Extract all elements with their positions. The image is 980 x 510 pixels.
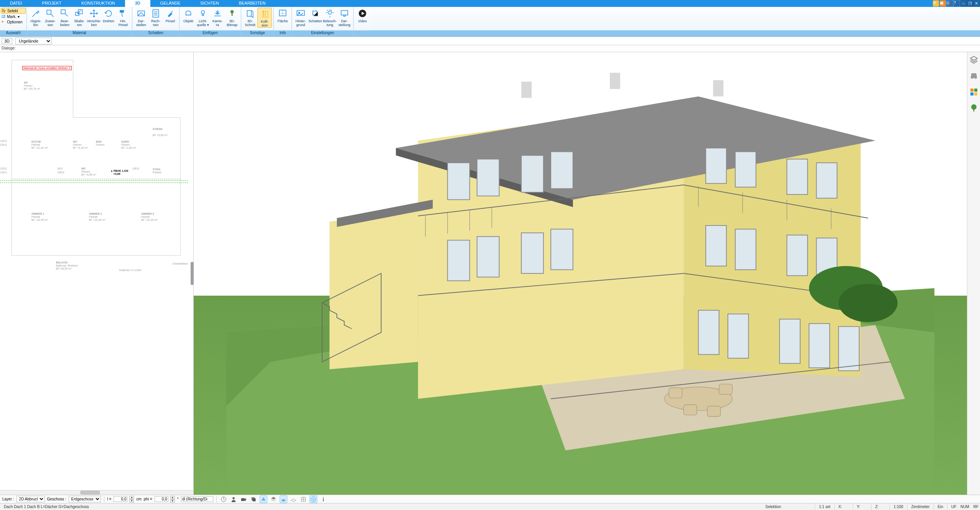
toolbar-icon-1[interactable]: ✕ <box>933 0 939 7</box>
tree-icon[interactable] <box>969 104 978 113</box>
camera-icon[interactable] <box>240 495 247 503</box>
terrain-layer-select[interactable]: Urgelände <box>15 38 52 44</box>
layers-icon[interactable] <box>969 55 978 64</box>
mark-mode-button[interactable]: Mark. ▾ <box>1 14 26 19</box>
status-z: Z: <box>871 503 890 510</box>
close-button[interactable]: ✕ <box>973 0 980 7</box>
clock-icon[interactable] <box>220 495 227 503</box>
direction-input[interactable] <box>181 496 213 502</box>
phi-stepper[interactable]: ▲▼ <box>170 496 175 503</box>
tab-datei[interactable]: DATEI <box>0 0 32 7</box>
phi-label: phi = <box>144 497 152 501</box>
tab-bearbeiten[interactable]: BEARBEITEN <box>229 0 276 7</box>
toolbar-icon-2[interactable]: ▣ <box>940 0 946 7</box>
ribbon-btn-schattenE[interactable]: Schatten <box>308 8 323 23</box>
ribbon: Selekt Mark. ▾ + Optionen Auswahl Abgrei… <box>0 7 980 37</box>
restore-button[interactable]: ❐ <box>967 0 973 7</box>
length-stepper[interactable]: ▲▼ <box>129 496 134 503</box>
ribbon-btn-flaeche[interactable]: Fläche <box>275 8 290 23</box>
color-palette-icon[interactable] <box>969 87 978 97</box>
svg-rect-29 <box>521 82 532 98</box>
ribbon-group-einfuegen: ObjektLicht- quelle ▾Kame- ra3D- Bitmap … <box>180 7 241 36</box>
svg-rect-18 <box>344 15 345 16</box>
ribbon-btn-label: Bear- beiten <box>60 19 70 27</box>
options-button[interactable]: + Optionen <box>1 19 26 25</box>
layers-toggle-icon[interactable] <box>270 495 277 503</box>
group-title-schatten: Schatten <box>132 30 179 36</box>
svg-rect-86 <box>323 497 324 498</box>
phi-input[interactable] <box>155 496 168 502</box>
ribbon-btn-kamera[interactable]: Kame- ra <box>210 8 225 27</box>
status-path: Dach Dach 1 Dach B L=Dächer G=Dachgescho… <box>0 503 761 510</box>
tab-sichten[interactable]: SICHTEN <box>190 0 229 7</box>
toolbar-icon-3[interactable]: ⎙ <box>947 0 953 7</box>
ribbon-btn-schnitt3d[interactable]: 3D- Schnitt <box>243 8 257 27</box>
ribbon-btn-pinsel[interactable]: Pinsel <box>163 8 178 23</box>
svg-rect-70 <box>719 384 733 395</box>
ribbon-btn-label: Zuwei- sen <box>45 19 55 27</box>
ribbon-group-auswahl: Selekt Mark. ▾ + Optionen Auswahl <box>0 7 27 36</box>
svg-rect-5 <box>120 10 124 12</box>
ribbon-btn-beleuchtung[interactable]: Beleuch- tung <box>323 8 337 27</box>
ribbon-btn-label: Kolli- sion <box>261 20 268 27</box>
lichtquelle-icon <box>198 8 208 18</box>
minimize-button[interactable]: – <box>960 0 967 7</box>
person-icon[interactable] <box>230 495 237 503</box>
room-label: STIEGEBF =0,00 m² <box>153 128 168 137</box>
ribbon-btn-skalieren[interactable]: Skalie- ren <box>72 8 87 27</box>
ribbon-btn-darstellung[interactable]: Dar- stellung <box>337 8 352 27</box>
room-label: ZIMMER 2ParkettBF =22,48 m² <box>89 212 105 222</box>
geschoss-select[interactable]: Erdgeschoss <box>69 496 101 502</box>
tab-3d[interactable]: 3D <box>125 0 150 7</box>
wire-icon[interactable] <box>290 495 297 503</box>
room-label: BADFliesen <box>96 140 105 146</box>
scrollbar-horizontal[interactable] <box>0 490 193 495</box>
ribbon-btn-kollision[interactable]: Kolli- sion <box>257 8 272 28</box>
select-mode-button[interactable]: Selekt <box>1 8 26 14</box>
stack-icon[interactable] <box>250 495 257 503</box>
beleuchtung-icon <box>325 8 335 18</box>
ribbon-btn-drehen[interactable]: Drehen <box>101 8 116 23</box>
ribbon-btn-abgreifen[interactable]: Abgrei- fen <box>28 8 43 27</box>
plane-icon[interactable] <box>280 495 287 503</box>
status-y: Y: <box>853 503 871 510</box>
ribbon-btn-label: Hinter- grund <box>295 19 306 27</box>
ribbon-group-sonstige: 3D- SchnittKolli- sion Sonstige <box>241 7 274 36</box>
shade-flat-icon[interactable] <box>260 495 267 503</box>
help-icon[interactable]: ? <box>954 0 960 7</box>
view-2d-floorplan[interactable]: Mansarde muss erhalten bleiben !! ARFlie… <box>0 52 194 495</box>
length-input[interactable] <box>114 496 127 502</box>
tab-konstruktion[interactable]: KONSTRUKTION <box>71 0 125 7</box>
ribbon-btn-darstellen[interactable]: Dar- stellen <box>134 8 148 27</box>
tab-projekt[interactable]: PROJEKT <box>32 0 72 7</box>
svg-rect-36 <box>706 148 726 183</box>
north-icon[interactable]: N <box>310 495 317 503</box>
grid-icon[interactable] <box>300 495 307 503</box>
ribbon-btn-objekt[interactable]: Objekt <box>181 8 196 23</box>
tab-gelaende[interactable]: GELÄNDE <box>150 0 191 7</box>
ribbon-btn-bitmap3d[interactable]: 3D- Bitmap <box>225 8 239 27</box>
svg-rect-43 <box>551 229 573 270</box>
furniture-icon[interactable] <box>969 71 978 81</box>
ribbon-btn-bearbeiten[interactable]: Bear- beiten <box>58 8 72 27</box>
info-icon[interactable] <box>320 495 327 503</box>
ribbon-btn-zuweisen[interactable]: Zuwei- sen <box>43 8 58 27</box>
svg-rect-45 <box>735 229 756 270</box>
layer-select[interactable]: 2D Abbruch <box>16 496 45 502</box>
ribbon-btn-hintergrund[interactable]: Hinter- grund <box>293 8 308 27</box>
ribbon-btn-label: 3D- Schnitt <box>245 19 255 27</box>
ribbon-btn-verschieben[interactable]: Verschie- ben <box>87 8 101 27</box>
video-icon <box>357 8 367 18</box>
svg-rect-83 <box>252 498 255 501</box>
view-3d[interactable] <box>194 52 967 495</box>
ribbon-btn-video[interactable]: Video <box>355 8 370 23</box>
options-label: Optionen <box>7 20 23 24</box>
ribbon-btn-lichtquelle[interactable]: Licht- quelle ▾ <box>196 8 210 27</box>
mark-icon <box>2 14 6 19</box>
view-mode-indicator[interactable]: 3D <box>2 38 12 44</box>
layer-label: Layer : <box>2 497 14 501</box>
ribbon-btn-rechnen[interactable]: Rech- nen <box>148 8 163 27</box>
view-splitter[interactable] <box>191 262 194 285</box>
ribbon-btn-hinpinsel[interactable]: Hin. Pinsel <box>116 8 130 27</box>
room-label: ZIMMER 1ParkettBF =22,50 m² <box>31 212 48 222</box>
